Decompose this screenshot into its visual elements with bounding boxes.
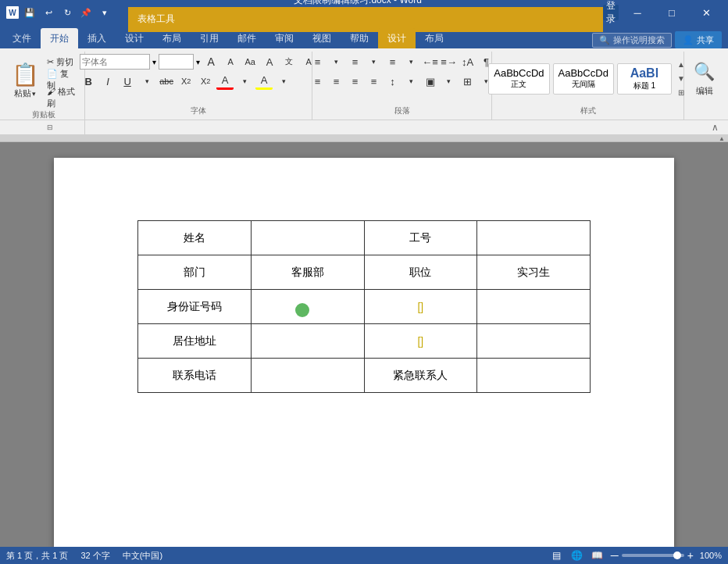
font-name-input[interactable] [80,54,150,70]
collapse-ribbon-btn[interactable]: ∧ [712,120,725,134]
list-bullet-dropdown-btn[interactable]: ▾ [328,53,345,70]
table-cell-idcard-bracket[interactable]: [] [364,290,477,324]
list-bullet-btn[interactable]: ≡ [309,53,327,70]
list-multilevel-btn[interactable]: ≡ [384,53,401,70]
tab-review[interactable]: 审阅 [266,28,303,48]
doc-area[interactable]: 姓名 工号 部门 客服部 职位 实习生 身份证号码 [] [0,142,728,547]
search-box[interactable]: 🔍 操作说明搜索 [592,33,672,48]
subscript-btn[interactable]: X2 [177,73,194,90]
table-cell-empno-label[interactable]: 工号 [364,221,477,255]
table-cell-emergency-value[interactable] [477,359,591,393]
indent-increase-btn[interactable]: ≡→ [441,53,458,70]
line-spacing-btn[interactable]: ↕ [384,73,401,90]
line-spacing-dropdown-btn[interactable]: ▾ [403,73,420,90]
font-size-increase-btn[interactable]: A [202,53,219,70]
underline-btn[interactable]: U [119,73,136,90]
tab-layout[interactable]: 布局 [153,28,191,48]
table-cell-position-value[interactable]: 实习生 [477,255,591,290]
redo-quick-btn[interactable]: ↻ [59,5,75,20]
border-btn[interactable]: ⊞ [459,73,476,90]
superscript-btn[interactable]: X2 [197,73,214,90]
list-number-btn[interactable]: ≡ [347,53,364,70]
table-cell-address-value[interactable] [251,324,364,359]
font-size-decrease-btn[interactable]: A [222,53,239,70]
tab-file[interactable]: 文件 [3,28,41,48]
font-case-btn[interactable]: Aa [241,53,259,70]
pin-quick-btn[interactable]: 📌 [78,5,94,20]
table-cell-position-label[interactable]: 职位 [364,255,477,290]
table-cell-dept-value[interactable]: 客服部 [251,255,364,290]
table-cell-idcard-label[interactable]: 身份证号码 [138,290,252,324]
align-right-btn[interactable]: ≡ [347,73,364,90]
font-size-dropdown-icon[interactable]: ▾ [196,58,200,66]
list-number-dropdown-btn[interactable]: ▾ [366,53,383,70]
shading-btn[interactable]: ▣ [422,73,439,90]
section-label-clipboard-expand[interactable]: ⊟ [47,123,53,131]
align-center-btn[interactable]: ≡ [328,73,345,90]
web-layout-btn[interactable]: 🌐 [570,548,584,562]
underline-dropdown-btn[interactable]: ▾ [138,73,155,90]
table-cell-dept-label[interactable]: 部门 [138,255,252,290]
table-cell-address-extra[interactable] [477,324,591,359]
read-mode-btn[interactable]: 📖 [591,548,605,562]
collapse-icon[interactable]: ∧ [712,122,719,133]
italic-btn[interactable]: I [99,73,116,90]
table-cell-address-bracket[interactable]: [] [364,324,477,359]
close-btn[interactable]: ✕ [691,0,722,25]
font-size-input[interactable] [159,54,194,70]
indent-decrease-btn[interactable]: ←≡ [422,53,439,70]
table-cell-phone-label[interactable]: 联系电话 [138,359,252,393]
bold-btn[interactable]: B [80,73,97,90]
strikethrough-btn[interactable]: abc [158,73,175,90]
sort-btn[interactable]: ↕A [459,53,476,70]
zoom-plus-btn[interactable]: + [687,549,694,562]
tab-home[interactable]: 开始 [41,28,78,48]
tab-insert[interactable]: 插入 [78,28,116,48]
align-justify-btn[interactable]: ≡ [366,73,383,90]
print-layout-btn[interactable]: ▤ [550,548,564,562]
more-quick-btn[interactable]: ▾ [97,5,112,20]
search-label[interactable]: 操作说明搜索 [613,34,665,46]
table-cell-name-label[interactable]: 姓名 [138,221,252,255]
tab-references[interactable]: 引用 [191,28,228,48]
text-color-dropdown-btn[interactable]: ▾ [236,73,253,90]
undo-quick-btn[interactable]: ↩ [41,5,56,20]
format-painter-btn[interactable]: 🖌 格式刷 [44,89,80,106]
font-name-dropdown-icon[interactable]: ▾ [152,58,156,66]
table-cell-idcard-extra[interactable] [477,290,591,324]
find-btn[interactable]: 🔍 编辑 [687,55,722,102]
collapse-arrow-icon[interactable]: ▲ [719,135,725,142]
tab-view[interactable]: 视图 [303,28,341,48]
table-cell-name-value[interactable] [251,221,364,255]
doc-table[interactable]: 姓名 工号 部门 客服部 职位 实习生 身份证号码 [] [137,220,591,393]
table-cell-address-label[interactable]: 居住地址 [138,324,252,359]
zoom-thumb[interactable] [673,552,681,559]
table-cell-phone-value[interactable] [251,359,364,393]
table-cell-empno-value[interactable] [477,221,591,255]
share-btn[interactable]: 👤 共享 [675,31,722,48]
text-color-btn[interactable]: A [216,73,234,90]
login-btn[interactable]: 登录 [603,5,619,20]
tab-mailings[interactable]: 邮件 [228,28,266,48]
tab-design[interactable]: 设计 [116,28,153,48]
zoom-slider[interactable] [622,554,684,557]
align-left-btn[interactable]: ≡ [309,73,327,90]
style-heading1[interactable]: AaBl 标题 1 [617,63,672,95]
highlight-color-btn[interactable]: A [255,73,273,90]
minimize-btn[interactable]: ─ [622,0,653,25]
zoom-minus-btn[interactable]: ─ [611,549,619,562]
list-multilevel-dropdown-btn[interactable]: ▾ [403,53,420,70]
save-quick-btn[interactable]: 💾 [22,5,37,20]
tab-help[interactable]: 帮助 [341,28,378,48]
clear-format-btn[interactable]: A [261,53,278,70]
phonetics-btn[interactable]: 文 [280,53,298,70]
highlight-color-dropdown-btn[interactable]: ▾ [275,73,292,90]
restore-btn[interactable]: □ [656,0,687,25]
style-no-space[interactable]: AaBbCcDd 无间隔 [553,63,614,95]
table-cell-emergency-label[interactable]: 紧急联系人 [364,359,477,393]
shading-dropdown-btn[interactable]: ▾ [441,73,458,90]
paste-btn[interactable]: 📋 粘贴 ▾ [8,53,42,108]
tab-table-design[interactable]: 设计 [378,28,416,48]
style-normal[interactable]: AaBbCcDd 正文 [488,63,549,95]
tab-table-layout[interactable]: 布局 [416,28,453,48]
